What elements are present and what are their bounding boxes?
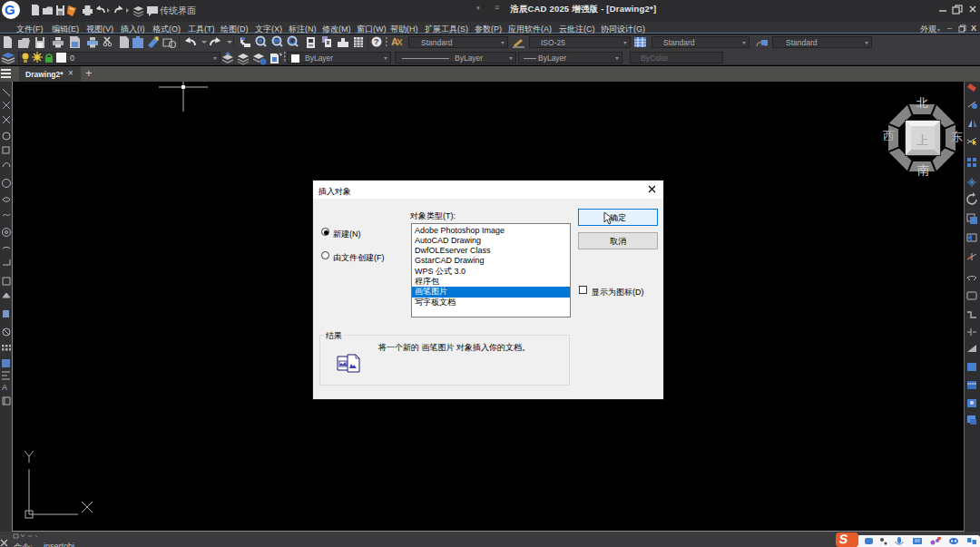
svg-text:0: 0 — [70, 54, 74, 63]
svg-text:上: 上 — [916, 133, 928, 147]
svg-text:?: ? — [374, 37, 379, 46]
svg-text:A: A — [2, 383, 7, 392]
svg-text:A: A — [391, 36, 398, 47]
